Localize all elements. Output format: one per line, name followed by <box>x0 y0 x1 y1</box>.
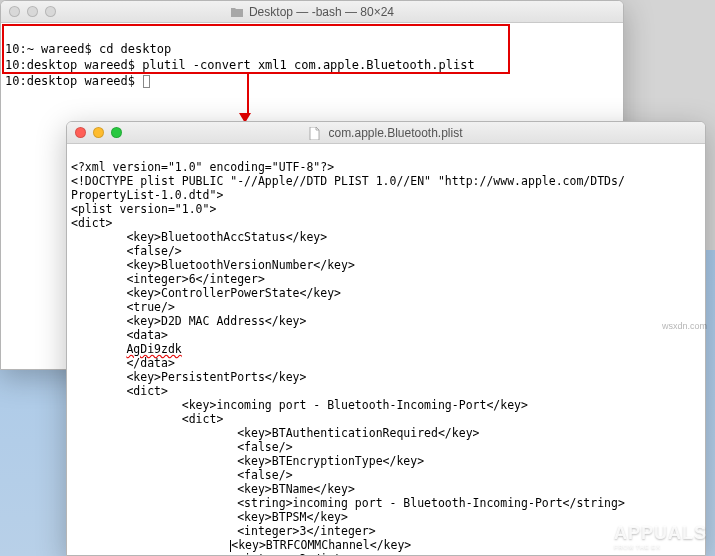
texteditor-body[interactable]: <?xml version="1.0" encoding="UTF-8"?> <… <box>67 144 705 556</box>
file-line: <key>incoming port - Bluetooth-Incoming-… <box>71 398 528 412</box>
terminal-title-text: Desktop — -bash — 80×24 <box>249 5 394 19</box>
file-line: <key>BTName</key> <box>71 482 355 496</box>
file-line: <!DOCTYPE plist PUBLIC "-//Apple//DTD PL… <box>71 174 625 188</box>
terminal-title: Desktop — -bash — 80×24 <box>1 5 623 19</box>
term-line-3: 10:desktop wareed$ <box>5 74 142 88</box>
file-line: <false/> <box>71 244 182 258</box>
file-line: <key>BTPSM</key> <box>71 510 348 524</box>
terminal-body[interactable]: 10:~ wareed$ cd desktop 10:desktop waree… <box>1 23 623 107</box>
file-line: <plist version="1.0"> <box>71 202 216 216</box>
file-line: <integer>6</integer> <box>71 272 265 286</box>
file-line: <false/> <box>71 440 293 454</box>
file-line: <data> <box>71 328 168 342</box>
texteditor-title: com.apple.Bluetooth.plist <box>67 126 705 140</box>
file-line: <key>BTRFCOMMChannel</key> <box>71 538 411 552</box>
close-button[interactable] <box>9 6 20 17</box>
file-line: <dict> <box>71 384 168 398</box>
file-line: <key>BTAuthenticationRequired</key> <box>71 426 480 440</box>
texteditor-traffic-lights <box>67 127 122 138</box>
file-line: <dict> <box>71 412 223 426</box>
file-line: <key>BTEncryptionType</key> <box>71 454 424 468</box>
file-line: </data> <box>71 356 175 370</box>
file-line: <key>D2D MAC Address</key> <box>71 314 306 328</box>
minimize-button[interactable] <box>27 6 38 17</box>
file-line: <false/> <box>71 468 293 482</box>
terminal-traffic-lights <box>1 6 56 17</box>
file-line: <integer>3</integer> <box>71 524 376 538</box>
term-line-2: 10:desktop wareed$ plutil -convert xml1 … <box>5 58 475 72</box>
watermark-main: APPUALS FROM THE EX <box>614 523 707 550</box>
spellcheck-underline: AgDi9zdk <box>126 342 181 356</box>
file-line: AgDi9zdk <box>71 342 182 356</box>
zoom-button[interactable] <box>45 6 56 17</box>
file-line: <key>ControllerPowerState</key> <box>71 286 341 300</box>
file-line: <key>BluetoothAccStatus</key> <box>71 230 327 244</box>
folder-icon <box>230 6 244 18</box>
file-line: PropertyList-1.0.dtd"> <box>71 188 223 202</box>
terminal-titlebar[interactable]: Desktop — -bash — 80×24 <box>1 1 623 23</box>
texteditor-titlebar[interactable]: com.apple.Bluetooth.plist <box>67 122 705 144</box>
term-line-1: 10:~ wareed$ cd desktop <box>5 42 171 56</box>
file-line: <key>BluetoothVersionNumber</key> <box>71 258 355 272</box>
terminal-cursor <box>143 75 150 88</box>
file-line: <integer>3</integer> <box>71 552 376 556</box>
zoom-button[interactable] <box>111 127 122 138</box>
file-line: <key>PersistentPorts</key> <box>71 370 306 384</box>
file-line: <string>incoming port - Bluetooth-Incomi… <box>71 496 625 510</box>
file-line: <dict> <box>71 216 113 230</box>
watermark-small: wsxdn.com <box>662 321 707 331</box>
file-line: <true/> <box>71 300 175 314</box>
texteditor-window[interactable]: com.apple.Bluetooth.plist <?xml version=… <box>66 121 706 556</box>
close-button[interactable] <box>75 127 86 138</box>
document-icon <box>309 127 323 139</box>
file-line: <?xml version="1.0" encoding="UTF-8"?> <box>71 160 334 174</box>
minimize-button[interactable] <box>93 127 104 138</box>
texteditor-title-text: com.apple.Bluetooth.plist <box>328 126 462 140</box>
